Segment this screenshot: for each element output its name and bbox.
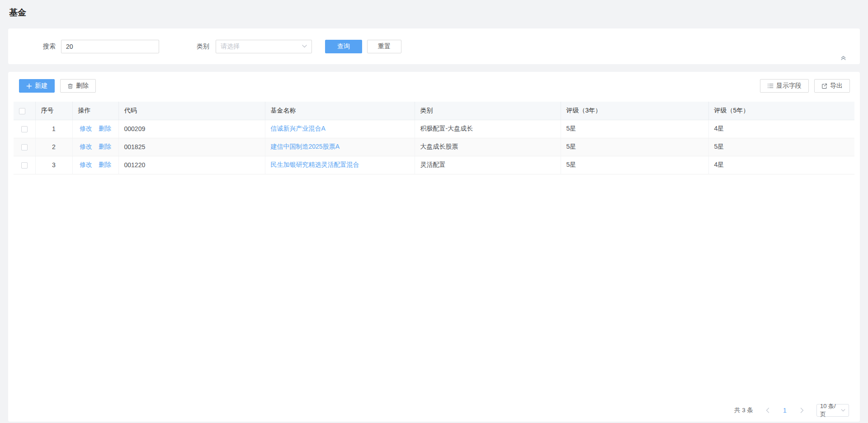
edit-link[interactable]: 修改: [80, 125, 92, 133]
search-label: 搜索: [19, 42, 56, 51]
table-row: 3 修改 删除 001220 民生加银研究精选灵活配置混合 灵活配置 5星 4星: [14, 156, 854, 174]
query-button[interactable]: 查询: [325, 40, 362, 53]
delete-link[interactable]: 删除: [99, 161, 111, 169]
export-button[interactable]: 导出: [814, 79, 850, 93]
cell-code: 001220: [118, 156, 265, 174]
column-header-index: 序号: [35, 102, 72, 120]
delete-button-label: 删除: [76, 82, 89, 90]
search-form: 搜索 类别 请选择 查询 重置: [19, 40, 401, 53]
page: 基金 搜索 类别 请选择 查询 重置: [0, 0, 868, 422]
fund-name-link[interactable]: 建信中国制造2025股票A: [271, 143, 340, 150]
cell-index: 2: [35, 138, 72, 156]
table-header-row: 序号 操作 代码 基金名称 类别 评级（3年） 评级（5年）: [14, 102, 854, 120]
edit-link[interactable]: 修改: [80, 143, 92, 151]
toolbar-right: 显示字段 导出: [760, 79, 850, 93]
pagination: 共 3 条 1 10 条/页: [14, 404, 854, 417]
create-button-label: 新建: [35, 82, 47, 90]
search-input[interactable]: [61, 40, 159, 53]
column-header-rating-5y: 评级（5年）: [708, 102, 854, 120]
chevron-down-icon: [841, 409, 845, 412]
edit-link[interactable]: 修改: [80, 161, 92, 169]
column-header-rating-3y: 评级（3年）: [561, 102, 708, 120]
create-button[interactable]: 新建: [19, 79, 55, 93]
prev-page-button[interactable]: [761, 404, 774, 417]
column-header-code: 代码: [118, 102, 265, 120]
search-panel: 搜索 类别 请选择 查询 重置: [8, 28, 860, 64]
chevron-right-icon: [800, 408, 804, 413]
external-link-icon: [821, 83, 827, 89]
cell-rating-5y: 4星: [708, 120, 854, 138]
reset-button[interactable]: 重置: [367, 40, 401, 53]
cell-code: 000209: [118, 120, 265, 138]
page-title: 基金: [0, 0, 868, 19]
page-size-select[interactable]: 10 条/页: [816, 404, 849, 417]
page-number-current[interactable]: 1: [778, 404, 791, 417]
export-button-label: 导出: [830, 82, 843, 90]
delete-link[interactable]: 删除: [99, 143, 111, 151]
show-fields-button[interactable]: 显示字段: [760, 79, 809, 93]
pagination-total: 共 3 条: [734, 406, 753, 414]
cell-index: 3: [35, 156, 72, 174]
row-checkbox[interactable]: [21, 162, 28, 169]
delete-button[interactable]: 删除: [60, 79, 96, 93]
cell-category: 灵活配置: [415, 156, 561, 174]
show-fields-button-label: 显示字段: [776, 82, 802, 90]
table-panel: 新建 删除: [8, 72, 860, 422]
chevron-down-icon: [302, 45, 307, 48]
category-label: 类别: [197, 42, 209, 51]
column-header-name: 基金名称: [265, 102, 415, 120]
row-checkbox[interactable]: [21, 144, 28, 150]
page-size-value: 10 条/页: [820, 402, 841, 418]
cell-rating-5y: 5星: [708, 138, 854, 156]
plus-icon: [26, 83, 32, 89]
column-header-category: 类别: [415, 102, 561, 120]
select-all-checkbox[interactable]: [19, 108, 25, 114]
toolbar: 新建 删除: [14, 79, 854, 93]
delete-link[interactable]: 删除: [99, 125, 111, 133]
cell-code: 001825: [118, 138, 265, 156]
cell-category: 大盘成长股票: [415, 138, 561, 156]
list-icon: [767, 83, 774, 89]
cell-category: 积极配置-大盘成长: [415, 120, 561, 138]
cell-index: 1: [35, 120, 72, 138]
table-row: 1 修改 删除 000209 信诚新兴产业混合A 积极配置-大盘成长 5星 4星: [14, 120, 854, 138]
category-select-placeholder: 请选择: [221, 42, 240, 51]
next-page-button[interactable]: [796, 404, 808, 417]
toolbar-left: 新建 删除: [19, 79, 96, 93]
table-row: 2 修改 删除 001825 建信中国制造2025股票A 大盘成长股票 5星 5…: [14, 138, 854, 156]
cell-rating-3y: 5星: [561, 120, 708, 138]
row-checkbox[interactable]: [21, 126, 28, 132]
empty-area: [14, 174, 854, 404]
funds-table: 序号 操作 代码 基金名称 类别 评级（3年） 评级（5年） 1 修改: [14, 102, 854, 174]
fund-name-link[interactable]: 民生加银研究精选灵活配置混合: [271, 161, 359, 168]
cell-rating-3y: 5星: [561, 138, 708, 156]
trash-icon: [67, 83, 73, 89]
cell-rating-5y: 4星: [708, 156, 854, 174]
column-header-actions: 操作: [72, 102, 118, 120]
category-select[interactable]: 请选择: [216, 40, 312, 53]
chevron-left-icon: [766, 408, 769, 413]
collapse-panel-icon[interactable]: [838, 52, 848, 62]
cell-rating-3y: 5星: [561, 156, 708, 174]
fund-name-link[interactable]: 信诚新兴产业混合A: [271, 125, 326, 132]
